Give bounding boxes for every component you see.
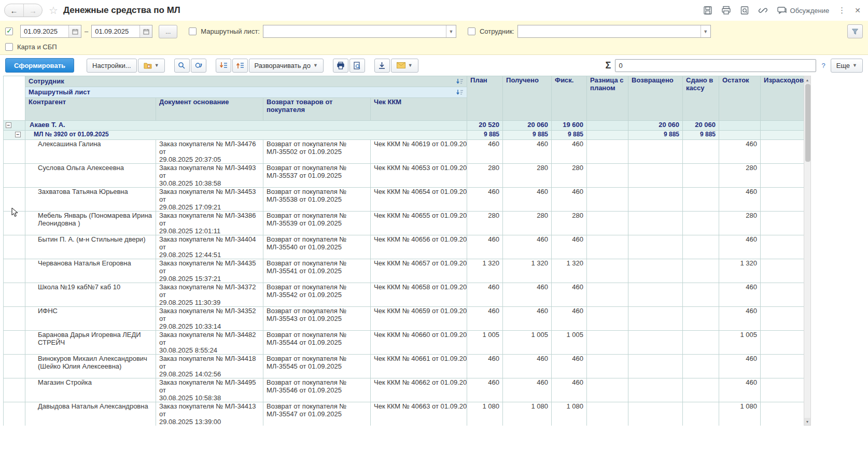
fiscal-cell[interactable]: 460 xyxy=(552,307,587,331)
cashbox-cell[interactable] xyxy=(683,402,719,426)
return-document-cell[interactable]: Возврат от покупателя № МЛ-35544 от 01.0… xyxy=(263,331,371,355)
discussion-button[interactable]: Обсуждение xyxy=(777,6,830,15)
subgroup-plan[interactable]: 9 885 xyxy=(467,131,503,140)
header-spent[interactable]: Израсходовано xyxy=(761,76,804,121)
table-row[interactable]: Алексашина Галина Заказ покупателя № МЛ-… xyxy=(4,140,804,164)
plan-cell[interactable]: 280 xyxy=(467,212,503,235)
received-cell[interactable]: 460 xyxy=(503,355,552,378)
order-document-cell[interactable]: Заказ покупателя № МЛ-34386 от 29.08.202… xyxy=(156,212,263,235)
return-document-cell[interactable]: Возврат от покупателя № МЛ-35542 от 01.0… xyxy=(263,283,371,307)
diff-cell[interactable] xyxy=(587,355,628,378)
period-checkbox[interactable] xyxy=(5,27,13,35)
received-cell[interactable]: 1 080 xyxy=(503,402,552,426)
spent-cell[interactable] xyxy=(761,283,804,307)
subgroup-to-cashbox[interactable]: 9 885 xyxy=(683,131,719,140)
spent-cell[interactable] xyxy=(761,307,804,331)
subgroup-diff[interactable] xyxy=(587,131,628,140)
order-document-cell[interactable]: Заказ покупателя № МЛ-34482 от 30.08.202… xyxy=(156,331,263,355)
plan-cell[interactable]: 460 xyxy=(467,307,503,331)
subgroup-rest[interactable] xyxy=(719,131,761,140)
header-base-document[interactable]: Документ основание xyxy=(156,98,263,121)
fiscal-cell[interactable]: 280 xyxy=(552,212,587,235)
header-return-from-buyer[interactable]: Возврат товаров от покупателя xyxy=(263,98,371,121)
cashbox-cell[interactable] xyxy=(683,259,719,283)
return-document-cell[interactable]: Возврат от покупателя № МЛ-35541 от 01.0… xyxy=(263,259,371,283)
rest-cell[interactable]: 1 080 xyxy=(719,402,761,426)
collapse-subgroup-toggle[interactable]: − xyxy=(15,132,21,137)
plan-cell[interactable]: 460 xyxy=(467,188,503,212)
kkm-check-cell[interactable]: Чек ККМ № 40661 от 01.09.2025 xyxy=(371,355,467,378)
table-row[interactable]: Захватова Татьяна Юрьевна Заказ покупате… xyxy=(4,188,804,212)
header-to-cashbox[interactable]: Сдано в кассу xyxy=(683,76,719,121)
contractor-cell[interactable]: Суслова Ольга Алексеевна xyxy=(25,164,156,188)
table-row[interactable]: Винокуров Михаил Александрович (Шейко Юл… xyxy=(4,355,804,378)
table-row[interactable]: Баранова Дарья Игоревна ЛЕДИ СТРЕЙЧ Зака… xyxy=(4,331,804,355)
employee-input[interactable] xyxy=(518,25,701,37)
rest-cell[interactable]: 280 xyxy=(719,164,761,188)
print-preview-icon[interactable] xyxy=(740,6,749,15)
help-link[interactable]: ? xyxy=(821,62,825,69)
spent-cell[interactable] xyxy=(761,402,804,426)
plan-cell[interactable]: 460 xyxy=(467,355,503,378)
received-cell[interactable]: 460 xyxy=(503,307,552,331)
plan-cell[interactable]: 460 xyxy=(467,235,503,259)
sort-employee-icon[interactable] xyxy=(456,78,464,85)
scrollbar-thumb[interactable] xyxy=(805,84,810,162)
route-sheet-checkbox[interactable] xyxy=(189,27,197,35)
contractor-cell[interactable]: Давыдова Наталья Александровна xyxy=(25,402,156,426)
rest-cell[interactable]: 460 xyxy=(719,283,761,307)
spent-cell[interactable] xyxy=(761,355,804,378)
contractor-cell[interactable]: Черванова Наталья Егоровна xyxy=(25,259,156,283)
header-rest[interactable]: Остаток xyxy=(719,76,761,121)
spent-cell[interactable] xyxy=(761,259,804,283)
fiscal-cell[interactable]: 460 xyxy=(552,235,587,259)
table-row[interactable]: ИФНС Заказ покупателя № МЛ-34352 от 29.0… xyxy=(4,307,804,331)
contractor-cell[interactable]: Бытин П. А. (м-н Стильные двери) xyxy=(25,235,156,259)
sum-input[interactable] xyxy=(615,59,816,72)
table-row[interactable]: Давыдова Наталья Александровна Заказ пок… xyxy=(4,402,804,426)
kkm-check-cell[interactable]: Чек ККМ № 40657 от 01.09.2025 xyxy=(371,259,467,283)
print-button[interactable] xyxy=(333,59,348,73)
rest-cell[interactable]: 460 xyxy=(719,307,761,331)
returned-cell[interactable] xyxy=(628,402,683,426)
fiscal-cell[interactable]: 1 005 xyxy=(552,331,587,355)
order-document-cell[interactable]: Заказ покупателя № МЛ-34372 от 29.08.202… xyxy=(156,283,263,307)
diff-cell[interactable] xyxy=(587,378,628,402)
return-document-cell[interactable]: Возврат от покупателя № МЛ-35539 от 01.0… xyxy=(263,212,371,235)
return-document-cell[interactable]: Возврат от покупателя № МЛ-35537 от 01.0… xyxy=(263,164,371,188)
cashbox-cell[interactable] xyxy=(683,164,719,188)
order-document-cell[interactable]: Заказ покупателя № МЛ-34404 от 29.08.202… xyxy=(156,235,263,259)
diff-cell[interactable] xyxy=(587,331,628,355)
return-document-cell[interactable]: Возврат от покупателя № МЛ-35546 от 01.0… xyxy=(263,378,371,402)
group-rest[interactable] xyxy=(719,121,761,131)
preview-button[interactable] xyxy=(349,59,365,73)
kkm-check-cell[interactable]: Чек ККМ № 40619 от 01.09.2025 xyxy=(371,140,467,164)
returned-cell[interactable] xyxy=(628,283,683,307)
get-link-icon[interactable] xyxy=(758,6,768,15)
table-row[interactable]: Черванова Наталья Егоровна Заказ покупат… xyxy=(4,259,804,283)
returned-cell[interactable] xyxy=(628,259,683,283)
subgroup-received[interactable]: 9 885 xyxy=(503,131,552,140)
group-spent[interactable] xyxy=(761,121,804,131)
contractor-cell[interactable]: Алексашина Галина xyxy=(25,140,156,164)
rest-cell[interactable]: 460 xyxy=(719,188,761,212)
spent-cell[interactable] xyxy=(761,331,804,355)
order-document-cell[interactable]: Заказ покупателя № МЛ-34418 от 29.08.202… xyxy=(156,355,263,378)
rest-cell[interactable]: 460 xyxy=(719,140,761,164)
settings-button[interactable]: Настройки... xyxy=(87,59,137,73)
scroll-up-icon[interactable]: ▲ xyxy=(804,76,810,83)
rest-cell[interactable]: 1 320 xyxy=(719,259,761,283)
subgroup-spent[interactable] xyxy=(761,131,804,140)
vertical-scrollbar[interactable]: ▲ ▼ xyxy=(804,76,811,426)
date-to-input[interactable] xyxy=(92,25,139,37)
returned-cell[interactable] xyxy=(628,307,683,331)
save-icon[interactable] xyxy=(703,6,712,15)
spent-cell[interactable] xyxy=(761,164,804,188)
return-document-cell[interactable]: Возврат от покупателя № МЛ-35547 от 01.0… xyxy=(263,402,371,426)
diff-cell[interactable] xyxy=(587,164,628,188)
spent-cell[interactable] xyxy=(761,235,804,259)
kkm-check-cell[interactable]: Чек ККМ № 40662 от 01.09.2025 xyxy=(371,378,467,402)
kkm-check-cell[interactable]: Чек ККМ № 40663 от 01.09.2025 xyxy=(371,402,467,426)
kkm-check-cell[interactable]: Чек ККМ № 40653 от 01.09.2025 xyxy=(371,164,467,188)
order-document-cell[interactable]: Заказ покупателя № МЛ-34413 от 29.08.202… xyxy=(156,402,263,426)
